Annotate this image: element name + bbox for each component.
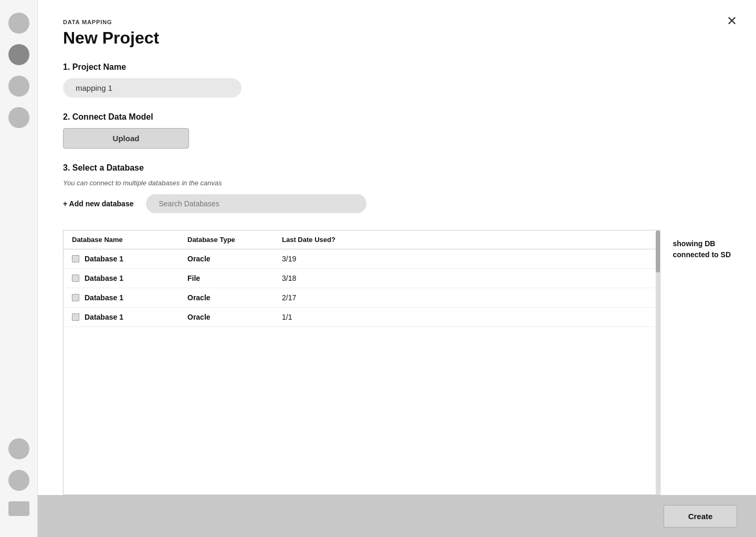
project-name-input[interactable] — [63, 78, 242, 98]
row1-date: 3/19 — [282, 255, 652, 263]
table-row[interactable]: Database 1 Oracle 2/17 — [64, 288, 660, 308]
step3-heading: 3. Select a Database — [63, 163, 731, 173]
row4-date: 1/1 — [282, 313, 652, 321]
database-table-wrapper: Database Name Database Type Last Date Us… — [63, 230, 731, 495]
section-label: DATA MAPPING — [63, 19, 731, 25]
row4-name: Database 1 — [85, 313, 123, 321]
sidebar — [0, 0, 38, 537]
database-table: Database Name Database Type Last Date Us… — [63, 230, 660, 495]
row2-checkbox[interactable] — [72, 275, 79, 282]
scrollbar-track[interactable] — [656, 230, 660, 494]
row3-name: Database 1 — [85, 293, 123, 302]
row4-checkbox[interactable] — [72, 313, 79, 321]
col-header-name: Database Name — [72, 236, 187, 244]
row3-date: 2/17 — [282, 293, 652, 302]
row4-type: Oracle — [187, 313, 282, 321]
sidebar-circle-2[interactable] — [8, 44, 29, 65]
sidebar-circle-4[interactable] — [8, 107, 29, 128]
sidebar-circle-5[interactable] — [8, 438, 29, 459]
row1-name: Database 1 — [85, 255, 123, 263]
close-button[interactable]: ✕ — [727, 15, 737, 27]
create-button[interactable]: Create — [664, 505, 737, 528]
step1-heading: 1. Project Name — [63, 62, 731, 72]
row3-type: Oracle — [187, 293, 282, 302]
row1-type: Oracle — [187, 255, 282, 263]
page-title: New Project — [63, 28, 731, 48]
step2-heading: 2. Connect Data Model — [63, 112, 731, 122]
sidebar-circle-3[interactable] — [8, 76, 29, 97]
col-header-date: Last Date Used? — [282, 236, 652, 244]
row2-name: Database 1 — [85, 274, 123, 282]
step3-subtitle: You can connect to multiple databases in… — [63, 179, 731, 187]
row3-checkbox[interactable] — [72, 294, 79, 301]
row2-type: File — [187, 274, 282, 282]
scrollbar-thumb[interactable] — [656, 230, 660, 272]
table-row[interactable]: Database 1 Oracle 1/1 — [64, 308, 660, 327]
table-row[interactable]: Database 1 Oracle 3/19 — [64, 249, 660, 269]
footer: Create — [38, 495, 756, 537]
add-database-button[interactable]: + Add new database — [63, 199, 133, 208]
table-row[interactable]: Database 1 File 3/18 — [64, 269, 660, 288]
sidebar-circle-1[interactable] — [8, 13, 29, 34]
sidebar-rect[interactable] — [8, 501, 29, 516]
db-note: showing DB connected to SD — [673, 230, 731, 495]
col-header-type: Database Type — [187, 236, 282, 244]
search-databases-input[interactable] — [146, 194, 366, 213]
main-panel: ✕ DATA MAPPING New Project 1. Project Na… — [38, 0, 756, 537]
table-header: Database Name Database Type Last Date Us… — [64, 230, 660, 249]
row1-checkbox[interactable] — [72, 255, 79, 262]
upload-button[interactable]: Upload — [63, 128, 189, 149]
sidebar-circle-6[interactable] — [8, 470, 29, 491]
row2-date: 3/18 — [282, 274, 652, 282]
